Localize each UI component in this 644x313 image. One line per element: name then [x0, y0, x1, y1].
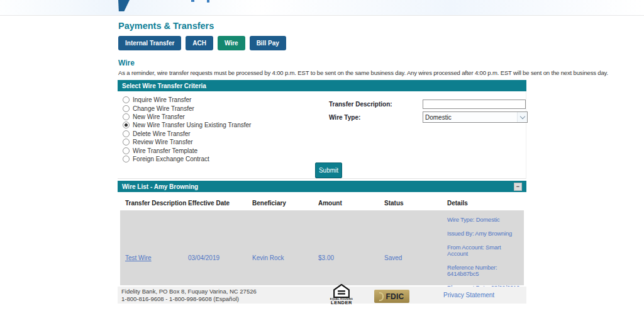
fdic-emblem-icon [379, 292, 384, 301]
tab-ach[interactable]: ACH [186, 36, 213, 50]
col-details: Details [447, 200, 524, 207]
radio-icon[interactable] [123, 122, 130, 128]
radio-icon[interactable] [123, 156, 130, 162]
detail-issued-by: Issued By: Amy Browning [447, 230, 523, 237]
detail-wire-type: Wire Type: Domestic [447, 217, 523, 223]
fdic-text: FDIC [386, 292, 404, 301]
bank-phones: 1-800-816-9608 - 1-800-998-9608 (Español… [121, 295, 257, 303]
criteria-panel-body: Inquire Wire Transfer Change Wire Transf… [118, 91, 526, 179]
page-title: Payments & Transfers [118, 21, 214, 31]
wire-type-selected-value: Domestic [425, 114, 452, 121]
radio-review-wire-transfer[interactable]: Review Wire Transfer [123, 138, 251, 146]
wire-criteria-radio-group: Inquire Wire Transfer Change Wire Transf… [123, 96, 251, 163]
page-footer: Fidelity Bank, PO Box 8, Fuquay Varina, … [118, 287, 526, 304]
criteria-panel-header: Select Wire Transfer Criteria [118, 80, 526, 91]
lender-text: LENDER [329, 300, 354, 305]
col-amount: Amount [318, 200, 384, 207]
radio-wire-transfer-template[interactable]: Wire Transfer Template [123, 146, 251, 154]
radio-icon[interactable] [123, 105, 130, 112]
select-wire-criteria-panel: Select Wire Transfer Criteria Inquire Wi… [118, 80, 526, 178]
bank-logo-fragment-icon [118, 0, 130, 11]
nav-text-fragment [207, 0, 209, 3]
col-status: Status [384, 200, 447, 207]
col-transfer-description: Transfer Description [125, 200, 188, 207]
transfer-tabs: Internal Transfer ACH Wire Bill Pay [118, 36, 286, 50]
transfer-description-label: Transfer Description: [329, 101, 423, 108]
wire-section-title: Wire [118, 59, 135, 67]
privacy-statement-link[interactable]: Privacy Statement [443, 292, 494, 299]
wire-list-title: Wire List - Amy Browning [122, 183, 198, 190]
radio-icon[interactable] [123, 147, 130, 154]
fdic-logo: FDIC [374, 290, 409, 303]
tab-internal-transfer[interactable]: Internal Transfer [118, 36, 181, 50]
bank-contact-info: Fidelity Bank, PO Box 8, Fuquay Varina, … [121, 288, 257, 303]
radio-new-wire-transfer-existing[interactable]: New Wire Transfer Using Existing Transfe… [123, 121, 251, 129]
equal-housing-lender-logo: EQUAL HOUSING LENDER [329, 284, 354, 305]
tab-wire[interactable]: Wire [218, 36, 245, 50]
radio-delete-wire-transfer[interactable]: Delete Wire Transfer [123, 130, 251, 138]
table-header-row: Transfer Description Effective Date Bene… [120, 192, 524, 210]
detail-reference-number: Reference Number: 6414b87bc5 [447, 265, 523, 277]
transfer-description-input[interactable] [423, 100, 526, 109]
wire-link-test-wire[interactable]: Test Wire [125, 254, 152, 261]
col-beneficiary: Beneficiary [252, 200, 318, 207]
wire-type-label: Wire Type: [329, 114, 423, 121]
table-row: Test Wire 03/04/2019 Kevin Rock $3.00 Sa… [120, 210, 524, 285]
submit-button[interactable]: Submit [315, 162, 342, 178]
radio-inquire-wire-transfer[interactable]: Inquire Wire Transfer [123, 96, 251, 104]
radio-change-wire-transfer[interactable]: Change Wire Transfer [123, 104, 251, 112]
radio-foreign-exchange-contract[interactable]: Foreign Exchange Contract [123, 155, 251, 163]
wire-reminder-text: As a reminder, wire transfer requests mu… [118, 69, 608, 76]
site-header [0, 0, 644, 16]
tab-bill-pay[interactable]: Bill Pay [250, 36, 286, 50]
bank-address: Fidelity Bank, PO Box 8, Fuquay Varina, … [121, 288, 257, 295]
radio-icon[interactable] [123, 130, 130, 137]
criteria-fields: Transfer Description: Wire Type: Domesti… [329, 100, 528, 125]
equal-housing-house-icon [333, 284, 350, 298]
wire-list-panel: Wire List - Amy Browning − Transfer Desc… [118, 181, 526, 285]
page: Payments & Transfers Internal Transfer A… [0, 0, 644, 313]
radio-new-wire-transfer[interactable]: New Wire Transfer [123, 113, 251, 121]
radio-icon[interactable] [123, 113, 130, 120]
detail-from-account: From Account: Smart Account [447, 244, 523, 257]
col-effective-date: Effective Date [188, 200, 252, 207]
wire-list-panel-header: Wire List - Amy Browning − [118, 181, 526, 192]
radio-icon[interactable] [123, 96, 130, 103]
wire-list-table: Transfer Description Effective Date Bene… [118, 192, 526, 285]
chevron-down-icon[interactable] [517, 112, 527, 122]
wire-type-select[interactable]: Domestic [423, 111, 528, 123]
radio-icon[interactable] [123, 139, 130, 145]
collapse-minus-icon[interactable]: − [514, 183, 522, 191]
nav-text-fragment [191, 0, 194, 2]
